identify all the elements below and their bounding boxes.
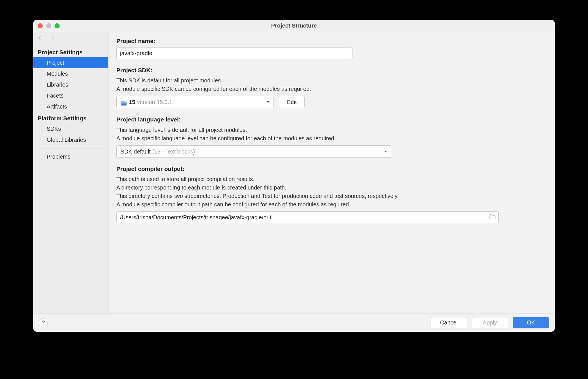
- language-level-combo[interactable]: SDK default (15 - Text blocks): [116, 145, 391, 158]
- sdk-desc-line-2: A module specific SDK can be configured …: [116, 86, 311, 92]
- sidebar-item-problems[interactable]: Problems: [33, 151, 108, 162]
- help-button[interactable]: ?: [39, 318, 48, 327]
- sdk-row: 15 version 15.0.1 Edit: [116, 96, 544, 108]
- sidebar-item-artifacts[interactable]: Artifacts: [33, 101, 108, 112]
- main-panel: Project name: javafx-gradle Project SDK:…: [108, 32, 555, 313]
- dialog-footer: ? Cancel Apply OK: [33, 313, 555, 332]
- lang-level-detail: (15 - Text blocks): [152, 147, 195, 156]
- forward-icon[interactable]: [48, 35, 55, 41]
- jdk-folder-icon: [121, 100, 127, 105]
- cancel-button[interactable]: Cancel: [431, 317, 467, 328]
- edit-sdk-button[interactable]: Edit: [279, 96, 305, 108]
- sidebar-item-global-libraries[interactable]: Global Libraries: [33, 134, 108, 145]
- sidebar-item-libraries[interactable]: Libraries: [33, 79, 108, 90]
- out-desc-line-1: This path is used to store all project c…: [116, 176, 254, 182]
- titlebar: Project Structure: [33, 20, 555, 32]
- sdk-version-bold: 15: [129, 98, 135, 106]
- compiler-output-input[interactable]: /Users/trisha/Documents/Projects/trishag…: [116, 211, 499, 223]
- project-sdk-description: This SDK is default for all project modu…: [116, 76, 544, 93]
- sidebar-item-project[interactable]: Project: [33, 57, 108, 68]
- sidebar-item-facets[interactable]: Facets: [33, 90, 108, 101]
- project-sdk-combo[interactable]: 15 version 15.0.1: [116, 96, 274, 108]
- window-zoom-button[interactable]: [55, 23, 60, 28]
- dialog-title: Project Structure: [33, 22, 555, 29]
- lang-desc-line-1: This language level is default for all p…: [116, 127, 247, 133]
- chevron-down-icon: [266, 100, 270, 104]
- svg-rect-0: [121, 103, 126, 105]
- dialog-body: Project Settings Project Modules Librari…: [33, 32, 555, 313]
- project-structure-dialog: Project Structure Project Settings Proje…: [33, 20, 555, 332]
- compiler-output-description: This path is used to store all project c…: [116, 175, 544, 209]
- lang-desc-line-2: A module specific language level can be …: [116, 135, 336, 141]
- sdk-version-detail: version 15.0.1: [137, 98, 172, 106]
- window-close-button[interactable]: [38, 23, 43, 28]
- project-sdk-label: Project SDK:: [116, 66, 544, 75]
- chevron-down-icon: [384, 150, 388, 154]
- out-desc-line-3: This directory contains two subdirectori…: [116, 193, 399, 199]
- compiler-output-label: Project compiler output:: [116, 164, 544, 173]
- sidebar-item-modules[interactable]: Modules: [33, 68, 108, 79]
- window-minimize-button[interactable]: [46, 23, 51, 28]
- sidebar-header-project-settings: Project Settings: [33, 46, 108, 57]
- ok-button[interactable]: OK: [513, 317, 549, 328]
- browse-folder-icon[interactable]: [489, 213, 496, 222]
- sidebar-header-platform-settings: Platform Settings: [33, 112, 108, 123]
- sidebar-items: Project Settings Project Modules Librari…: [33, 44, 108, 162]
- sidebar-item-sdks[interactable]: SDKs: [33, 123, 108, 134]
- language-level-description: This language level is default for all p…: [116, 126, 544, 143]
- apply-button[interactable]: Apply: [472, 317, 508, 328]
- project-name-label: Project name:: [116, 37, 544, 46]
- back-icon[interactable]: [37, 35, 44, 41]
- language-level-label: Project language level:: [116, 115, 544, 124]
- sdk-desc-line-1: This SDK is default for all project modu…: [116, 77, 222, 84]
- sidebar: Project Settings Project Modules Librari…: [33, 32, 108, 313]
- history-nav: [33, 32, 108, 44]
- traffic-lights: [38, 23, 60, 28]
- out-desc-line-4: A module specific compiler output path c…: [116, 201, 350, 207]
- sidebar-separator: [37, 148, 105, 148]
- project-name-input[interactable]: javafx-gradle: [116, 47, 352, 59]
- lang-level-main: SDK default: [121, 147, 151, 156]
- compiler-output-value: /Users/trisha/Documents/Projects/trishag…: [120, 213, 271, 222]
- out-desc-line-2: A directory corresponding to each module…: [116, 184, 286, 191]
